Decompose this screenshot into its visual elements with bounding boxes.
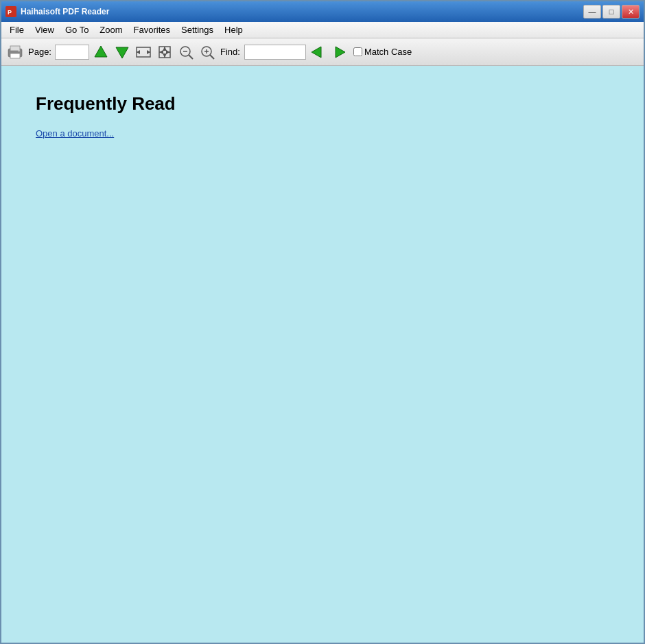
zoom-in-button[interactable]	[198, 43, 217, 62]
frequently-read-heading: Frequently Read	[36, 93, 609, 115]
title-bar: P Haihaisoft PDF Reader — □ ✕	[1, 1, 644, 22]
svg-line-26	[210, 55, 214, 59]
title-left: P Haihaisoft PDF Reader	[5, 6, 109, 17]
fit-width-button[interactable]	[134, 43, 153, 62]
app-window: P Haihaisoft PDF Reader — □ ✕ File View …	[0, 0, 645, 644]
menu-favorites[interactable]: Favorites	[128, 23, 176, 36]
menu-settings[interactable]: Settings	[176, 23, 219, 36]
svg-rect-3	[10, 46, 20, 51]
match-case-wrap: Match Case	[353, 47, 412, 57]
find-next-button[interactable]	[329, 43, 349, 62]
minimize-button[interactable]: —	[583, 5, 601, 19]
menu-zoom[interactable]: Zoom	[94, 23, 128, 36]
page-input[interactable]	[55, 45, 89, 60]
svg-rect-5	[18, 50, 20, 51]
find-input[interactable]	[244, 45, 306, 60]
window-title: Haihaisoft PDF Reader	[21, 7, 109, 16]
close-button[interactable]: ✕	[622, 5, 640, 19]
menu-bar: File View Go To Zoom Favorites Settings …	[1, 22, 644, 38]
svg-text:P: P	[8, 9, 12, 16]
menu-help[interactable]: Help	[219, 23, 248, 36]
svg-marker-29	[312, 47, 321, 58]
svg-rect-4	[10, 53, 20, 58]
svg-marker-30	[336, 47, 345, 58]
open-document-link[interactable]: Open a document...	[36, 128, 114, 139]
print-button[interactable]	[4, 41, 26, 63]
find-label: Find:	[220, 47, 240, 57]
zoom-out-button[interactable]	[176, 43, 196, 62]
toolbar: Page:	[1, 38, 644, 66]
svg-marker-6	[95, 46, 107, 57]
match-case-label[interactable]: Match Case	[364, 47, 412, 57]
page-down-button[interactable]	[113, 43, 132, 62]
title-controls: — □ ✕	[583, 5, 640, 19]
svg-marker-20	[159, 50, 163, 54]
app-icon: P	[5, 6, 16, 17]
maximize-button[interactable]: □	[602, 5, 620, 19]
match-case-checkbox[interactable]	[353, 47, 362, 56]
fit-page-button[interactable]	[155, 43, 174, 62]
svg-marker-21	[166, 50, 170, 54]
menu-view[interactable]: View	[30, 23, 60, 36]
content-area: Frequently Read Open a document...	[1, 66, 644, 643]
find-prev-button[interactable]	[308, 43, 327, 62]
svg-line-23	[189, 55, 193, 59]
page-label: Page:	[28, 47, 51, 57]
page-up-button[interactable]	[91, 43, 110, 62]
menu-file[interactable]: File	[4, 23, 30, 36]
svg-marker-7	[116, 47, 128, 58]
menu-goto[interactable]: Go To	[60, 23, 94, 36]
